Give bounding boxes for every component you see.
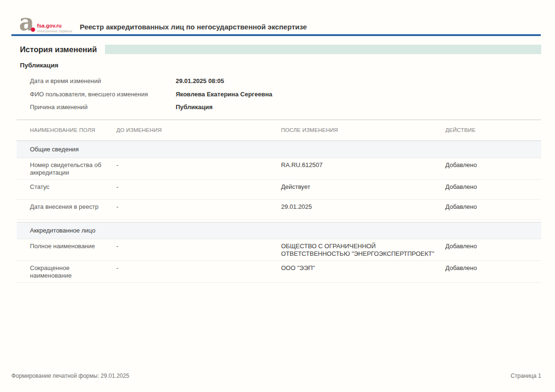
meta-label: ФИО пользователя, внесшего изменения (30, 91, 176, 98)
meta-row: Дата и время изменений29.01.2025 08:05 (30, 77, 541, 91)
meta-value: Публикация (176, 103, 213, 111)
history-highlight-bar (105, 45, 541, 54)
footer-page-number: Страница 1 (511, 373, 541, 379)
meta-value: 29.01.2025 08:05 (176, 77, 224, 84)
cell-before-value: - (116, 243, 281, 258)
table-group-title: Аккредитованное лицо (17, 222, 541, 239)
col-header-action: ДЕЙСТВИЕ (445, 127, 541, 133)
meta-label: Причина изменений (30, 103, 176, 111)
cell-field-name: Сокращенное наименование (17, 264, 116, 280)
cell-after-value: ООО "ЭЭП" (281, 264, 445, 280)
meta-label: Дата и время изменений (30, 77, 176, 84)
cell-action-value: Добавлено (445, 243, 541, 258)
table-row: Дата внесения в реестр-29.01.2025Добавле… (17, 200, 541, 220)
table-row: Полное наименование-ОБЩЕСТВО С ОГРАНИЧЕН… (17, 239, 541, 261)
change-meta-block: Дата и время изменений29.01.2025 08:05ФИ… (30, 77, 541, 117)
meta-row: Причина измененийПубликация (30, 103, 541, 117)
page-footer: Формирование печатной формы: 29.01.2025 … (11, 373, 541, 379)
cell-field-name: Номер свидетельства об аккредитации (17, 161, 116, 177)
col-header-after: ПОСЛЕ ИЗМЕНЕНИЯ (281, 127, 445, 133)
cell-field-name: Статус (17, 183, 116, 191)
cell-after-value: Действует (281, 183, 445, 191)
table-body: Общие сведенияНомер свидетельства об акк… (17, 141, 541, 283)
history-title: История изменений (20, 45, 97, 54)
table-header-row: НАИМЕНОВАНИЕ ПОЛЯ ДО ИЗМЕНЕНИЯ ПОСЛЕ ИЗМ… (17, 120, 541, 141)
cell-action-value: Добавлено (445, 203, 541, 211)
subsection-title: Публикация (20, 62, 555, 69)
changes-table: НАИМЕНОВАНИЕ ПОЛЯ ДО ИЗМЕНЕНИЯ ПОСЛЕ ИЗМ… (17, 120, 541, 283)
meta-value: Яковлева Екатерина Сергеевна (176, 91, 273, 98)
document-title: Реестр аккредитованных лиц по негосударс… (80, 16, 307, 31)
cell-action-value: Добавлено (445, 183, 541, 191)
table-row: Статус-ДействуетДобавлено (17, 180, 541, 200)
table-row: Номер свидетельства об аккредитации-RA.R… (17, 158, 541, 180)
page-header: a fsa.gov.ru электронные сервисы Реестр … (0, 0, 555, 28)
history-heading-row: История изменений (20, 45, 541, 54)
cell-after-value: ОБЩЕСТВО С ОГРАНИЧЕННОЙ ОТВЕТСТВЕННОСТЬЮ… (281, 243, 445, 258)
cell-after-value: RA.RU.612507 (281, 161, 445, 177)
cell-after-value: 29.01.2025 (281, 203, 445, 211)
cell-before-value: - (116, 203, 281, 211)
fsa-logo-site: fsa.gov.ru (37, 23, 72, 29)
fsa-logo-dot-icon (31, 28, 35, 32)
cell-before-value: - (116, 183, 281, 191)
table-row: Сокращенное наименование-ООО "ЭЭП"Добавл… (17, 261, 541, 283)
fsa-logo: a fsa.gov.ru электронные сервисы (19, 16, 80, 39)
col-header-field: НАИМЕНОВАНИЕ ПОЛЯ (17, 127, 116, 133)
meta-row: ФИО пользователя, внесшего измененияЯков… (30, 91, 541, 104)
fsa-logo-text-block: fsa.gov.ru электронные сервисы (37, 23, 72, 33)
cell-before-value: - (116, 264, 281, 280)
cell-field-name: Дата внесения в реестр (17, 203, 116, 211)
table-group-title: Общие сведения (17, 141, 541, 158)
col-header-before: ДО ИЗМЕНЕНИЯ (116, 127, 281, 133)
cell-action-value: Добавлено (445, 264, 541, 280)
cell-before-value: - (116, 161, 281, 177)
footer-generated: Формирование печатной формы: 29.01.2025 (11, 373, 129, 379)
fsa-logo-tagline: электронные сервисы (37, 29, 72, 33)
cell-field-name: Полное наименование (17, 243, 116, 258)
header-divider (11, 34, 541, 36)
print-form-page: a fsa.gov.ru электронные сервисы Реестр … (0, 0, 555, 392)
cell-action-value: Добавлено (445, 161, 541, 177)
